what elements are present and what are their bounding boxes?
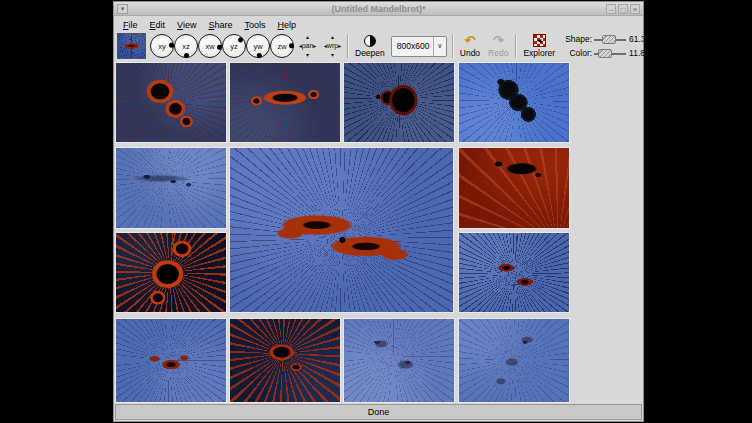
rotation-dial-yz[interactable]: yz (222, 34, 246, 58)
explorer-variant-top-2[interactable] (229, 62, 341, 143)
dial-indicator-icon (184, 53, 189, 58)
maximize-button[interactable]: ▢ (618, 4, 628, 14)
explorer-sliders: Shape: 61.3 Color: 11.8 (563, 33, 649, 59)
rotation-dials: xy xz xw yz yw (150, 34, 294, 58)
explorer-variant-bottom-2[interactable] (229, 318, 341, 403)
window-menu-button[interactable]: ▾ (117, 4, 128, 14)
dial-indicator-icon (168, 42, 174, 48)
rotation-dial-zw[interactable]: zw (270, 34, 294, 58)
toolbar-separator (452, 34, 453, 58)
status-bar: Done (115, 404, 642, 420)
explorer-variant-top-4[interactable] (458, 62, 570, 143)
rotation-dial-xz[interactable]: xz (174, 34, 198, 58)
close-button[interactable]: ✕ (630, 4, 640, 14)
redo-icon: ↷ (493, 35, 504, 47)
undo-icon: ↶ (464, 35, 475, 47)
explorer-variant-bottom-4[interactable] (458, 318, 570, 403)
explorer-variant-bottom-3[interactable] (343, 318, 455, 403)
shape-slider-label: Shape: (563, 34, 592, 44)
pan-up-arrow-icon[interactable]: ▴ (306, 34, 309, 40)
explorer-variant-top-3[interactable] (343, 62, 455, 143)
dropdown-arrow-icon[interactable]: ∨ (433, 37, 446, 56)
status-text: Done (368, 407, 390, 417)
dial-indicator-icon (216, 44, 221, 49)
desktop-background: ▾ (Untitled Mandelbrot)* ─ ▢ ✕ File Edit… (0, 0, 752, 423)
fractal-preview-image (118, 34, 145, 58)
explorer-variant-middle-left-1[interactable] (115, 147, 227, 229)
app-window: ▾ (Untitled Mandelbrot)* ─ ▢ ✕ File Edit… (113, 1, 644, 422)
rotation-dial-yw[interactable]: yw (246, 34, 270, 58)
color-slider[interactable] (594, 48, 626, 59)
explorer-variant-middle-right-2[interactable] (458, 232, 570, 313)
fractal-preview-thumbnail[interactable] (117, 33, 146, 59)
minimize-button[interactable]: ─ (606, 4, 616, 14)
dial-indicator-icon (288, 43, 293, 48)
menu-file[interactable]: File (117, 18, 144, 32)
dial-indicator-icon (256, 52, 261, 57)
deepen-button[interactable]: Deepen (351, 35, 389, 58)
explorer-main-fractal[interactable] (229, 147, 454, 313)
color-slider-label: Color: (563, 48, 592, 58)
shape-slider-value: 61.3 (629, 34, 649, 44)
shape-slider-handle[interactable] (602, 35, 616, 44)
explorer-grid (114, 60, 643, 404)
shape-slider[interactable] (594, 34, 626, 45)
window-title: (Untitled Mandelbrot)* (114, 4, 643, 14)
explorer-variant-middle-right-1[interactable] (458, 147, 570, 229)
menu-help[interactable]: Help (271, 18, 302, 32)
rotation-dial-xw[interactable]: xw (198, 34, 222, 58)
menu-view[interactable]: View (171, 18, 202, 32)
resolution-value: 800x600 (392, 41, 430, 51)
explorer-variant-middle-left-2[interactable] (115, 232, 227, 313)
toolbar: xy xz xw yz yw (114, 33, 643, 60)
pan-right-arrow-icon[interactable]: ▸ (313, 43, 316, 49)
pan-down-arrow-icon[interactable]: ▾ (306, 52, 309, 58)
color-slider-value: 11.8 (629, 48, 649, 58)
explorer-icon (533, 34, 546, 47)
rotation-dial-xy[interactable]: xy (150, 34, 174, 58)
menu-edit[interactable]: Edit (144, 18, 172, 32)
toolbar-separator (515, 34, 516, 58)
warp-up-arrow-icon[interactable]: ▴ (331, 34, 334, 40)
explorer-variant-bottom-1[interactable] (115, 318, 227, 403)
menubar: File Edit View Share Tools Help (114, 16, 643, 33)
warp-down-arrow-icon[interactable]: ▾ (331, 52, 334, 58)
titlebar[interactable]: ▾ (Untitled Mandelbrot)* ─ ▢ ✕ (114, 2, 643, 16)
deepen-icon (364, 35, 376, 47)
redo-button[interactable]: ↷ Redo (484, 35, 512, 58)
menu-share[interactable]: Share (202, 18, 238, 32)
explorer-variant-top-1[interactable] (115, 62, 227, 143)
pan-pad[interactable]: ▴ ◂ pan ▸ ▾ (296, 33, 319, 59)
color-slider-handle[interactable] (598, 49, 612, 58)
warp-pad[interactable]: ▴ ◂ wrp ▸ ▾ (321, 33, 344, 59)
warp-right-arrow-icon[interactable]: ▸ (338, 43, 341, 49)
window-controls: ─ ▢ ✕ (606, 4, 640, 14)
toolbar-separator (347, 34, 348, 58)
resolution-select[interactable]: 800x600 ∨ (391, 36, 447, 57)
undo-button[interactable]: ↶ Undo (456, 35, 484, 58)
explorer-toggle-button[interactable]: Explorer (519, 34, 559, 58)
menu-tools[interactable]: Tools (238, 18, 271, 32)
